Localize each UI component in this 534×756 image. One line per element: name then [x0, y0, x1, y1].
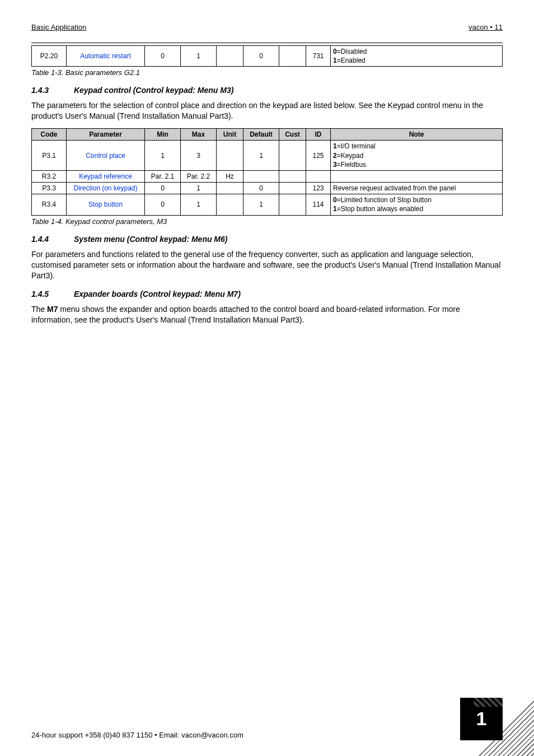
section-143-heading: 1.4.3 Keypad control (Control keypad: Me…: [31, 85, 503, 96]
footer-text: 24-hour support +358 (0)40 837 1150 • Em…: [31, 730, 243, 740]
table-header-row: Code Parameter Min Max Unit Default Cust…: [32, 129, 503, 141]
note-cell: 1=I/O terminal2=Keypad3=Fieldbus: [331, 141, 503, 171]
table-row: P3.3 Direction (on keypad) 0 1 0 123 Rev…: [32, 183, 503, 194]
param-link-stop-button[interactable]: Stop button: [88, 200, 123, 208]
page-number-tab: 1: [460, 698, 503, 740]
table2-caption: Table 1-4. Keypad control parameters, M3: [31, 217, 503, 227]
param-link-automatic-restart[interactable]: Automatic restart: [80, 52, 131, 60]
note-cell: 0=Disabled1=Enabled: [331, 45, 503, 66]
param-link-direction-keypad[interactable]: Direction (on keypad): [73, 184, 137, 192]
table-row: R3.4 Stop button 0 1 1 114 0=Limited fun…: [32, 194, 503, 215]
table-basic-params: P2.20 Automatic restart 0 1 0 731 0=Disa…: [31, 45, 503, 67]
note-cell: Reverse request activated from the panel: [331, 183, 503, 194]
note-cell: 0=Limited function of Stop button1=Stop …: [331, 194, 503, 215]
param-link-keypad-reference[interactable]: Keypad reference: [79, 172, 132, 180]
section-143-body: The parameters for the selection of cont…: [31, 100, 503, 122]
table-row: P3.1 Control place 1 3 1 125 1=I/O termi…: [32, 141, 503, 171]
header-right: vacon • 11: [469, 22, 503, 32]
table-row: R3.2 Keypad reference Par. 2.1 Par. 2.2 …: [32, 170, 503, 182]
header-left: Basic Application: [31, 22, 86, 32]
param-link-control-place[interactable]: Control place: [86, 152, 125, 160]
table-row: P2.20 Automatic restart 0 1 0 731 0=Disa…: [32, 45, 503, 66]
section-144-heading: 1.4.4 System menu (Control keypad: Menu …: [31, 234, 503, 245]
section-145-body: The M7 menu shows the expander and optio…: [31, 304, 503, 325]
table1-caption: Table 1-3. Basic parameters G2.1: [31, 68, 503, 78]
table-keypad-control: Code Parameter Min Max Unit Default Cust…: [31, 128, 503, 216]
hatch-pattern: [474, 698, 503, 707]
section-145-heading: 1.4.5 Expander boards (Control keypad: M…: [31, 289, 503, 300]
footer: 24-hour support +358 (0)40 837 1150 • Em…: [31, 698, 503, 740]
section-144-body: For parameters and functions related to …: [31, 249, 503, 281]
